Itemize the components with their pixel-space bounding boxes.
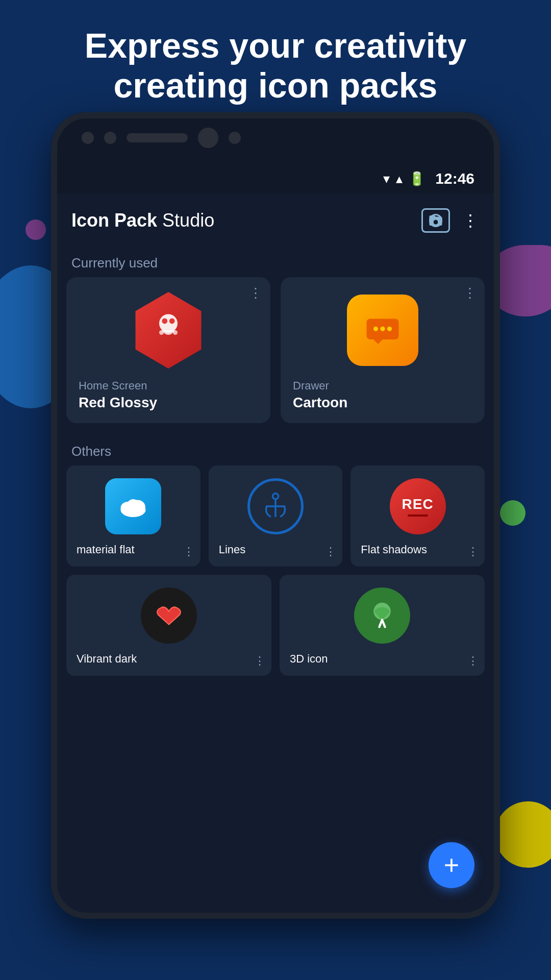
power-button	[499, 316, 500, 378]
phone-mockup: ▾ ▴ 🔋 12:46 Icon Pack Studio ⋮ C	[51, 112, 500, 919]
svg-point-6	[373, 327, 378, 331]
yellow-chat-shape	[347, 295, 418, 366]
header-title-line2: creating icon packs	[31, 65, 520, 105]
home-screen-icon	[128, 289, 209, 371]
app-title-light: Studio	[157, 210, 214, 231]
vibrant-dark-shape	[141, 587, 197, 644]
drawer-menu[interactable]: ⋮	[463, 285, 477, 301]
home-screen-type: Home Screen	[79, 379, 258, 393]
others-label: Others	[51, 435, 500, 465]
svg-point-2	[169, 318, 175, 324]
app-bar: Icon Pack Studio ⋮	[51, 194, 500, 247]
3d-icon-menu[interactable]: ⋮	[467, 654, 479, 668]
3d-icon-container	[352, 585, 413, 646]
status-bar: ▾ ▴ 🔋 12:46	[51, 163, 500, 194]
vibrant-dark-menu[interactable]: ⋮	[254, 654, 265, 668]
folder-shield-icon	[428, 213, 443, 228]
sensor-dot	[229, 132, 241, 144]
camera-dot	[82, 132, 94, 144]
folder-shield-button[interactable]	[421, 208, 450, 233]
flat-shadows-name: Flat shadows	[361, 543, 474, 556]
home-screen-card[interactable]: ⋮ Home Screen Red Glossy	[66, 277, 270, 423]
gecko-svg	[145, 307, 191, 353]
svg-point-4	[173, 330, 178, 335]
vibrant-dark-icon-container	[138, 585, 199, 646]
svg-point-7	[381, 327, 385, 331]
others-grid-row1: material flat ⋮	[51, 465, 500, 567]
currently-used-label: Currently used	[51, 247, 500, 277]
home-screen-name: Red Glossy	[79, 395, 258, 411]
lines-icon-container	[245, 476, 306, 537]
header-title-line1: Express your creativity	[31, 26, 520, 65]
volume-up-button	[51, 291, 52, 332]
svg-point-1	[162, 318, 167, 324]
rec-shadow	[408, 514, 428, 517]
lines-name: Lines	[219, 543, 333, 556]
vibrant-dark-card[interactable]: Vibrant dark ⋮	[66, 575, 271, 676]
material-flat-card[interactable]: material flat ⋮	[66, 465, 201, 567]
vibrant-dark-name: Vibrant dark	[77, 652, 261, 666]
currently-used-row: ⋮ Home Screen Red Glossy	[51, 277, 500, 435]
flat-shadows-card[interactable]: REC Flat shadows ⋮	[350, 465, 485, 567]
others-grid-row2: Vibrant dark ⋮ 3D ico	[51, 575, 500, 676]
lines-menu[interactable]: ⋮	[325, 545, 336, 558]
cloud-svg	[115, 488, 151, 524]
camera-dot2	[104, 132, 116, 144]
add-fab[interactable]: +	[429, 842, 474, 888]
material-flat-shape	[105, 478, 161, 534]
chat-svg	[360, 307, 406, 353]
rec-label: REC	[402, 496, 434, 517]
flat-shadows-icon-container: REC	[387, 476, 448, 537]
lines-shape	[247, 478, 304, 534]
home-screen-footer: Home Screen Red Glossy	[79, 379, 258, 411]
svg-point-3	[159, 330, 164, 335]
wifi-icon: ▾	[383, 171, 390, 187]
flat-shadows-menu[interactable]: ⋮	[467, 545, 479, 558]
material-flat-icon	[103, 476, 164, 537]
3d-icon-name: 3D icon	[290, 652, 474, 666]
svg-point-12	[127, 499, 140, 512]
flat-shadows-shape: REC	[390, 478, 446, 534]
decorative-blob-yellow	[495, 801, 551, 868]
status-icons: ▾ ▴ 🔋	[383, 171, 425, 187]
heart-svg	[151, 598, 187, 633]
app-title-bold: Icon Pack	[71, 210, 157, 231]
app-content: Icon Pack Studio ⋮ Currently used	[51, 194, 500, 919]
status-time: 12:46	[435, 170, 474, 187]
decorative-blob-purple-dot	[26, 219, 46, 240]
drawer-footer: Drawer Cartoon	[293, 379, 472, 411]
svg-point-13	[272, 494, 278, 499]
material-flat-menu[interactable]: ⋮	[183, 545, 194, 558]
front-camera	[198, 128, 218, 148]
3d-icon-shape	[354, 587, 410, 644]
svg-point-0	[159, 314, 178, 333]
add-fab-icon: +	[444, 852, 459, 878]
red-hex-shape	[130, 292, 207, 369]
camera-area	[82, 128, 241, 148]
material-flat-name: material flat	[77, 543, 190, 556]
3d-icon-card[interactable]: 3D icon ⋮	[280, 575, 485, 676]
app-bar-actions: ⋮	[421, 208, 480, 233]
battery-icon: 🔋	[409, 171, 425, 187]
drawer-type: Drawer	[293, 379, 472, 393]
header-title: Express your creativity creating icon pa…	[0, 26, 551, 105]
anchor-svg	[258, 488, 293, 524]
signal-icon: ▴	[396, 171, 403, 187]
phone-top-bar	[51, 112, 500, 163]
volume-down-button	[51, 342, 52, 383]
app-title: Icon Pack Studio	[71, 210, 214, 231]
rec-text: REC	[402, 496, 434, 512]
lines-card[interactable]: Lines ⋮	[209, 465, 343, 567]
home-screen-menu[interactable]: ⋮	[249, 285, 262, 301]
svg-point-8	[387, 327, 392, 331]
speaker	[127, 133, 188, 142]
drawer-icon	[342, 289, 423, 371]
more-options-button[interactable]: ⋮	[462, 211, 480, 230]
drawer-card[interactable]: ⋮ Drawer Cartoon	[281, 277, 485, 423]
drawer-name: Cartoon	[293, 395, 472, 411]
pin-svg	[364, 598, 400, 633]
decorative-blob-green	[500, 500, 525, 526]
